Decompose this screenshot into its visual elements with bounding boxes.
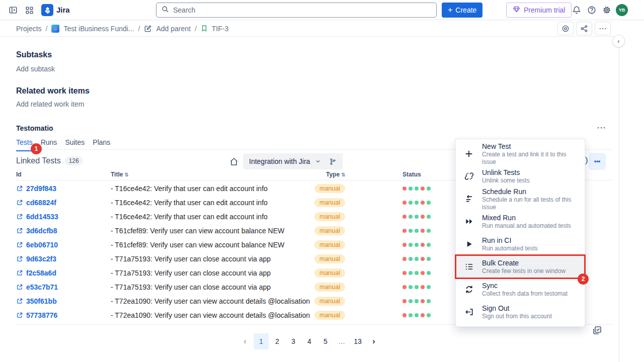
collapse-panel-button[interactable]: ‹ xyxy=(612,35,625,47)
pagination-page-4[interactable]: 4 xyxy=(302,333,317,349)
test-id-link[interactable]: 27d9f843 xyxy=(16,182,56,196)
search-icon xyxy=(162,6,169,15)
user-avatar[interactable]: YB xyxy=(616,4,628,16)
test-type-cell: manual xyxy=(314,280,345,294)
search-input[interactable] xyxy=(173,6,431,14)
sort-icon[interactable]: ⇅ xyxy=(124,172,128,177)
test-id-link[interactable]: 350f61bb xyxy=(16,294,57,308)
status-dots xyxy=(403,266,431,280)
column-header-title[interactable]: Title⇅ xyxy=(111,171,129,178)
breadcrumb: Projects / Test iBusiness Fundi... / Add… xyxy=(16,21,228,36)
external-link-icon xyxy=(16,185,23,192)
menu-item-sign-out[interactable]: Sign OutSign out from this account xyxy=(456,301,585,323)
test-type-cell: manual xyxy=(314,252,345,266)
sync-icon xyxy=(464,285,474,295)
column-header-type[interactable]: Type⇅ xyxy=(326,171,346,178)
app-switcher-icon[interactable] xyxy=(24,5,34,15)
breadcrumb-issue-key[interactable]: TIF-3 xyxy=(212,25,228,33)
type-badge: manual xyxy=(314,240,345,249)
watch-eye-icon[interactable] xyxy=(557,22,574,35)
menu-item-subtitle: Unlink some tests xyxy=(482,177,530,185)
breadcrumb-project[interactable]: Test iBusiness Fundi... xyxy=(63,25,134,33)
test-id-link[interactable]: f2c58a6d xyxy=(16,266,56,280)
pagination-page-13[interactable]: 13 xyxy=(350,333,365,349)
help-icon[interactable] xyxy=(587,5,597,15)
menu-item-title: Mixed Run xyxy=(482,213,571,222)
share-icon[interactable] xyxy=(576,22,592,35)
sidebar-toggle-icon[interactable] xyxy=(8,5,18,15)
test-title: - T16ce4e42: Verify that user can edit a… xyxy=(111,182,268,196)
test-id-link[interactable]: 9d63c2f3 xyxy=(16,252,56,266)
unlink-icon xyxy=(464,171,474,182)
premium-trial-button[interactable]: Premium trial xyxy=(506,3,572,18)
test-id-link[interactable]: 6eb06710 xyxy=(16,238,58,252)
menu-item-subtitle: Collect fresh data from testomat xyxy=(482,290,568,298)
testomatio-more-icon[interactable]: ⋯ xyxy=(597,122,606,133)
schedule-icon xyxy=(464,194,474,204)
more-actions-icon[interactable]: ⋯ xyxy=(595,22,611,35)
play-icon xyxy=(464,239,474,249)
right-panel-divider xyxy=(619,36,619,362)
settings-gear-icon[interactable] xyxy=(602,5,612,15)
project-avatar-icon xyxy=(51,25,59,33)
status-dot-passed xyxy=(409,257,413,261)
status-dot-failed xyxy=(403,229,407,233)
status-dot-passed xyxy=(415,229,419,233)
pagination-prev-icon[interactable]: ‹ xyxy=(237,333,253,349)
test-id-link[interactable]: cd68824f xyxy=(16,196,56,210)
search-bar[interactable] xyxy=(156,3,437,18)
test-id-link[interactable]: 6dd14533 xyxy=(16,210,58,224)
test-id-link[interactable]: e53c7b71 xyxy=(16,280,58,294)
status-dot-failed xyxy=(421,187,425,191)
menu-item-new-test[interactable]: New TestCreate a test and link it it to … xyxy=(456,142,585,165)
test-type-cell: manual xyxy=(314,224,345,238)
external-link-icon xyxy=(16,227,23,234)
menu-item-unlink-tests[interactable]: Unlink TestsUnlink some tests xyxy=(456,165,585,188)
project-selector-dropdown[interactable]: Integration with Jira xyxy=(243,153,343,169)
menu-item-mixed-run[interactable]: Mixed RunRun manual and automated tests xyxy=(456,210,585,233)
add-related-work-item-link[interactable]: Add related work item xyxy=(16,100,84,108)
branch-icon[interactable] xyxy=(329,158,337,165)
external-link-icon xyxy=(16,269,23,277)
sort-icon[interactable]: ⇅ xyxy=(341,172,345,177)
top-navigation-bar: Jira + Create Premium trial YB xyxy=(0,0,644,20)
breadcrumb-projects[interactable]: Projects xyxy=(16,25,42,33)
annotation-step-2: 2 xyxy=(578,274,589,285)
status-dot-passed xyxy=(409,187,413,191)
status-dot-passed xyxy=(427,215,431,219)
type-badge: manual xyxy=(314,283,345,292)
test-id-link[interactable]: 3d6dcfb8 xyxy=(16,224,57,238)
pagination-page-2[interactable]: 2 xyxy=(270,333,285,349)
test-id-link[interactable]: 57738776 xyxy=(16,308,57,322)
notifications-bell-icon[interactable] xyxy=(572,5,582,15)
test-type-cell: manual xyxy=(314,238,345,252)
pagination-page-5[interactable]: 5 xyxy=(318,333,333,349)
bookmark-icon xyxy=(201,25,208,32)
add-subtask-link[interactable]: Add subtask xyxy=(16,65,55,73)
checklist-icon[interactable] xyxy=(592,325,603,336)
home-icon[interactable] xyxy=(229,157,239,167)
linked-tests-more-button[interactable]: ••• xyxy=(589,153,606,170)
menu-item-title: Sync xyxy=(482,281,568,290)
status-dot-failed xyxy=(421,285,425,289)
status-dot-passed xyxy=(415,285,419,289)
test-title: - T16ce4e42: Verify that user can edit a… xyxy=(111,210,268,224)
menu-item-schedule-run[interactable]: Schedule RunSchedule a run for all tests… xyxy=(456,188,585,210)
status-dot-failed xyxy=(403,243,407,247)
pagination-next-icon[interactable]: › xyxy=(366,333,381,349)
status-dot-failed xyxy=(421,299,425,303)
create-button[interactable]: + Create xyxy=(442,3,482,18)
breadcrumb-row: Projects / Test iBusiness Fundi... / Add… xyxy=(0,21,619,36)
jira-issue-page: Jira + Create Premium trial YB xyxy=(0,0,644,362)
status-dot-failed xyxy=(403,201,407,205)
status-dot-passed xyxy=(427,299,431,303)
jira-logo-icon[interactable] xyxy=(41,4,53,16)
pagination-page-1[interactable]: 1 xyxy=(254,333,269,349)
pagination-page-3[interactable]: 3 xyxy=(286,333,301,349)
test-title: - T72ea1090: Verify user can view accoun… xyxy=(111,294,310,308)
status-dot-passed xyxy=(409,285,413,289)
menu-item-run-in-ci[interactable]: Run in CIRun automated tests xyxy=(456,233,585,255)
menu-item-sync[interactable]: SyncCollect fresh data from testomat xyxy=(456,278,585,301)
breadcrumb-add-parent[interactable]: Add parent xyxy=(156,25,191,33)
menu-item-bulk-create[interactable]: Bulk CreateCreate few tests in one windo… xyxy=(456,255,585,278)
